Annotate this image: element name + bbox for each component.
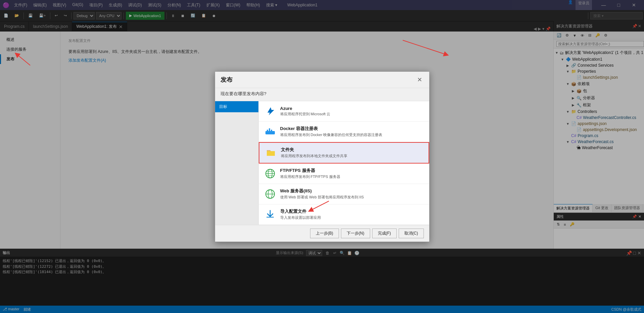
modal-sidebar: 目标 bbox=[215, 101, 259, 225]
svg-rect-0 bbox=[265, 131, 275, 134]
modal-body: 目标 Azure 将应用程序托管到 Microsoft 云 bbox=[215, 101, 429, 225]
import-desc: 导入发布设置以部署应用 bbox=[280, 215, 424, 220]
modal-options-list: Azure 将应用程序托管到 Microsoft 云 bbox=[259, 101, 429, 225]
azure-icon bbox=[264, 105, 276, 117]
publish-option-import[interactable]: 导入配置文件 导入发布设置以部署应用 bbox=[259, 204, 429, 225]
next-button[interactable]: 下一步(N) bbox=[341, 229, 370, 238]
modal-title: 发布 bbox=[220, 76, 233, 84]
import-option-text: 导入配置文件 导入发布设置以部署应用 bbox=[280, 208, 424, 220]
publish-option-ftp[interactable]: FTP/FTPS 服务器 将应用程序发布到 FTP/FTPS 服务器 bbox=[259, 164, 429, 184]
ftp-title: FTP/FTPS 服务器 bbox=[280, 168, 424, 174]
publish-option-iis[interactable]: Web 服务器(IIS) 使用 Web 部署或 Web 部署包将应用程序发布到 … bbox=[259, 184, 429, 204]
iis-title: Web 服务器(IIS) bbox=[280, 188, 424, 194]
svg-rect-2 bbox=[269, 130, 270, 131]
iis-desc: 使用 Web 部署或 Web 部署包将应用程序发布到 IIS bbox=[280, 195, 424, 200]
ftp-icon bbox=[264, 168, 276, 180]
publish-option-docker[interactable]: Docker 容器注册表 将应用程序发布到 Docker 映像兼容的任何受支持的… bbox=[259, 122, 429, 142]
ftp-desc: 将应用程序发布到 FTP/FTPS 服务器 bbox=[280, 174, 424, 179]
modal-close-button[interactable]: ✕ bbox=[416, 76, 424, 84]
publish-modal: 发布 ✕ 现在要在哪里发布内容? 目标 Azure 将应用程序托管到 bbox=[215, 71, 430, 242]
folder-title: 文件夹 bbox=[281, 147, 423, 153]
modal-footer: 上一步(B) 下一步(N) 完成(F) 取消(C) bbox=[215, 225, 429, 242]
iis-option-text: Web 服务器(IIS) 使用 Web 部署或 Web 部署包将应用程序发布到 … bbox=[280, 188, 424, 200]
modal-sidebar-target[interactable]: 目标 bbox=[215, 101, 258, 112]
svg-rect-3 bbox=[271, 130, 272, 131]
import-icon bbox=[264, 208, 276, 221]
docker-desc: 将应用程序发布到 Docker 映像兼容的任何受支持的容器注册表 bbox=[280, 132, 424, 137]
docker-icon bbox=[264, 126, 276, 138]
docker-title: Docker 容器注册表 bbox=[280, 126, 424, 132]
publish-option-folder[interactable]: 文件夹 将应用程序发布到本地文件夹或文件共享 bbox=[259, 142, 429, 164]
ftp-option-text: FTP/FTPS 服务器 将应用程序发布到 FTP/FTPS 服务器 bbox=[280, 168, 424, 179]
publish-option-azure[interactable]: Azure 将应用程序托管到 Microsoft 云 bbox=[259, 101, 429, 122]
folder-desc: 将应用程序发布到本地文件夹或文件共享 bbox=[281, 153, 423, 159]
svg-rect-1 bbox=[267, 130, 268, 131]
modal-header: 发布 ✕ bbox=[215, 72, 429, 88]
iis-icon bbox=[264, 188, 276, 200]
azure-title: Azure bbox=[280, 106, 424, 111]
publish-modal-overlay: 发布 ✕ 现在要在哪里发布内容? 目标 Azure 将应用程序托管到 bbox=[0, 0, 644, 313]
import-title: 导入配置文件 bbox=[280, 208, 424, 214]
azure-option-text: Azure 将应用程序托管到 Microsoft 云 bbox=[280, 106, 424, 117]
azure-desc: 将应用程序托管到 Microsoft 云 bbox=[280, 112, 424, 117]
finish-button[interactable]: 完成(F) bbox=[372, 229, 397, 238]
cancel-button[interactable]: 取消(C) bbox=[399, 229, 424, 238]
folder-option-text: 文件夹 将应用程序发布到本地文件夹或文件共享 bbox=[281, 147, 423, 159]
docker-option-text: Docker 容器注册表 将应用程序发布到 Docker 映像兼容的任何受支持的… bbox=[280, 126, 424, 137]
modal-subtitle: 现在要在哪里发布内容? bbox=[215, 88, 429, 101]
prev-button[interactable]: 上一步(B) bbox=[310, 229, 339, 238]
svg-rect-4 bbox=[269, 128, 270, 130]
folder-icon bbox=[265, 147, 277, 159]
